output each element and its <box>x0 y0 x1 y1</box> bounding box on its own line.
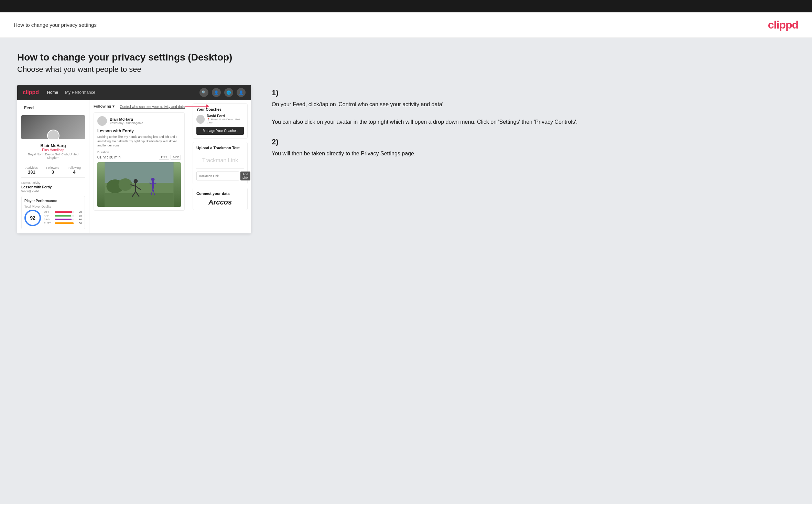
instruction-1: 1) On your Feed, click/tap on 'Control w… <box>272 88 795 126</box>
feed-tab[interactable]: Feed <box>21 104 85 112</box>
header: How to change your privacy settings clip… <box>0 12 812 38</box>
main-content: How to change your privacy settings (Des… <box>0 38 812 504</box>
red-annotation-line <box>185 106 209 107</box>
duration-row: 01 hr : 30 min OTT APP <box>97 155 181 159</box>
sim-stats: Activities 131 Followers 3 Following 4 <box>21 163 85 178</box>
coach-row: David Ford 📍 Royal North Devon Golf Club <box>196 114 244 124</box>
duration-label: Duration <box>97 151 181 154</box>
header-title: How to change your privacy settings <box>14 22 97 28</box>
following-label: Following <box>94 104 111 108</box>
trackman-input[interactable] <box>196 172 239 180</box>
arccos-logo: Arccos <box>196 198 244 206</box>
clippd-logo: clippd <box>768 19 798 31</box>
bar-arg: ARG 86 <box>44 218 82 221</box>
instruction-2: 2) You will then be taken directly to th… <box>272 137 795 158</box>
post-title: Lesson with Fordy <box>97 129 181 133</box>
trackman-title: Upload a Trackman Test <box>196 146 244 150</box>
page-heading: How to change your privacy settings (Des… <box>17 52 795 63</box>
instructions-panel: 1) On your Feed, click/tap on 'Control w… <box>265 85 795 169</box>
latest-activity-label: Latest Activity <box>21 181 85 185</box>
player-perf-title: Player Performance <box>24 199 82 203</box>
footer: Copyright Clippd 2022 <box>0 504 812 507</box>
instruction-2-number: 2) <box>272 137 795 146</box>
stat-followers: Followers 3 <box>46 166 59 175</box>
sim-navbar: clippd Home My Performance 🔍 👤 🌐 👤 <box>17 85 251 100</box>
sim-sidebar: Feed Blair McHarg Plus Handicap Royal No… <box>17 100 89 233</box>
bar-arg-fill <box>55 219 72 220</box>
club-icon: 📍 <box>207 118 210 121</box>
instruction-1-number: 1) <box>272 88 795 97</box>
latest-activity-date: 03 Aug 2022 <box>21 189 85 192</box>
search-icon[interactable]: 🔍 <box>199 88 208 97</box>
user-name: Blair McHarg <box>21 143 85 148</box>
stat-followers-label: Followers <box>46 166 59 169</box>
bar-arg-label: ARG <box>44 218 53 221</box>
bar-ott-fill <box>55 211 72 213</box>
post-avatar <box>97 116 107 126</box>
content-layout: clippd Home My Performance 🔍 👤 🌐 👤 Feed <box>17 85 795 233</box>
bar-ott: OTT 90 <box>44 210 82 213</box>
quality-label: Total Player Quality <box>24 205 82 208</box>
performance-bars: OTT 90 APP <box>44 210 82 225</box>
following-chevron: ▾ <box>112 104 115 109</box>
bar-ott-label: OTT <box>44 210 53 213</box>
add-link-button[interactable]: Add Link <box>240 172 250 180</box>
player-performance: Player Performance Total Player Quality … <box>21 196 85 229</box>
connect-box: Connect your data Arccos <box>193 188 248 210</box>
sim-nav-performance[interactable]: My Performance <box>65 90 95 95</box>
simulator: clippd Home My Performance 🔍 👤 🌐 👤 Feed <box>17 85 251 233</box>
person-icon[interactable]: 👤 <box>212 88 221 97</box>
red-arrow-head <box>206 104 209 108</box>
user-subtitle: Plus Handicap <box>21 148 85 152</box>
control-link[interactable]: Control who can see your activity and da… <box>120 105 185 109</box>
profile-banner <box>21 115 85 139</box>
coaches-box: Your Coaches David Ford 📍 Royal North De… <box>193 103 248 139</box>
coach-info: David Ford 📍 Royal North Devon Golf Club <box>207 114 244 124</box>
page-subheading: Choose what you want people to see <box>17 65 795 74</box>
user-club: Royal North Devon Golf Club, United King… <box>21 153 85 159</box>
following-button[interactable]: Following ▾ <box>94 104 115 109</box>
trackman-box: Upload a Trackman Test Trackman Link Add… <box>193 142 248 184</box>
bar-putt: PUTT 96 <box>44 222 82 225</box>
post-image <box>97 162 181 207</box>
coach-club: 📍 Royal North Devon Golf Club <box>207 118 244 124</box>
svg-rect-1 <box>105 193 174 207</box>
bar-ott-track <box>55 211 74 213</box>
bar-app-fill <box>55 215 71 217</box>
tag-app: APP <box>171 155 181 159</box>
sim-nav-home[interactable]: Home <box>47 90 58 95</box>
coach-avatar <box>196 115 205 124</box>
latest-activity-name: Lesson with Fordy <box>21 185 85 189</box>
stat-following-label: Following <box>68 166 81 169</box>
coach-name: David Ford <box>207 114 244 118</box>
bar-ott-value: 90 <box>76 210 82 213</box>
sim-nav-links: Home My Performance <box>47 90 199 95</box>
instruction-2-text: You will then be taken directly to the P… <box>272 149 795 158</box>
coach-club-name: Royal North Devon Golf Club <box>207 118 240 124</box>
tag-ott: OTT <box>159 155 169 159</box>
sim-nav-icons: 🔍 👤 🌐 👤 <box>199 88 246 97</box>
bar-app-value: 85 <box>76 214 82 217</box>
coaches-title: Your Coaches <box>196 107 244 111</box>
quality-row: 92 OTT 90 APP <box>24 210 82 226</box>
bar-arg-value: 86 <box>76 218 82 221</box>
quality-gauge: 92 <box>24 210 41 226</box>
following-row: Following ▾ Control who can see your act… <box>94 103 185 109</box>
post-user-info: Blair McHarg Yesterday · Sunningdale <box>110 117 143 125</box>
svg-rect-12 <box>152 181 154 189</box>
post-user-name: Blair McHarg <box>110 117 143 121</box>
post-description: Looking to feel like my hands are exitin… <box>97 135 181 148</box>
manage-coaches-button[interactable]: Manage Your Coaches <box>196 127 244 135</box>
sim-body: Feed Blair McHarg Plus Handicap Royal No… <box>17 100 251 233</box>
globe-icon[interactable]: 🌐 <box>224 88 233 97</box>
svg-point-4 <box>119 178 132 191</box>
sim-logo: clippd <box>23 89 39 96</box>
post-date: Yesterday · Sunningdale <box>110 121 143 125</box>
bar-app: APP 85 <box>44 214 82 217</box>
sim-right-panel: Your Coaches David Ford 📍 Royal North De… <box>189 100 251 233</box>
trackman-input-row: Add Link <box>196 172 244 180</box>
golf-image-svg <box>97 162 181 207</box>
avatar-icon[interactable]: 👤 <box>237 88 246 97</box>
stat-activities: Activities 131 <box>25 166 38 175</box>
bar-arg-track <box>55 219 74 220</box>
